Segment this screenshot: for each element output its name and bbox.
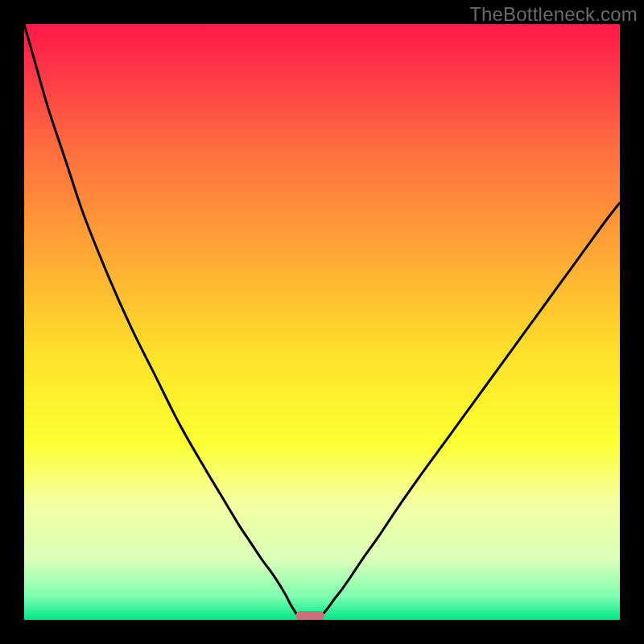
chart-background xyxy=(24,24,620,620)
minimum-pill xyxy=(295,611,324,620)
chart-frame: TheBottleneck.com xyxy=(0,0,644,644)
minimum-marker xyxy=(295,611,324,620)
watermark-text: TheBottleneck.com xyxy=(469,3,638,26)
chart-plot xyxy=(24,24,620,620)
